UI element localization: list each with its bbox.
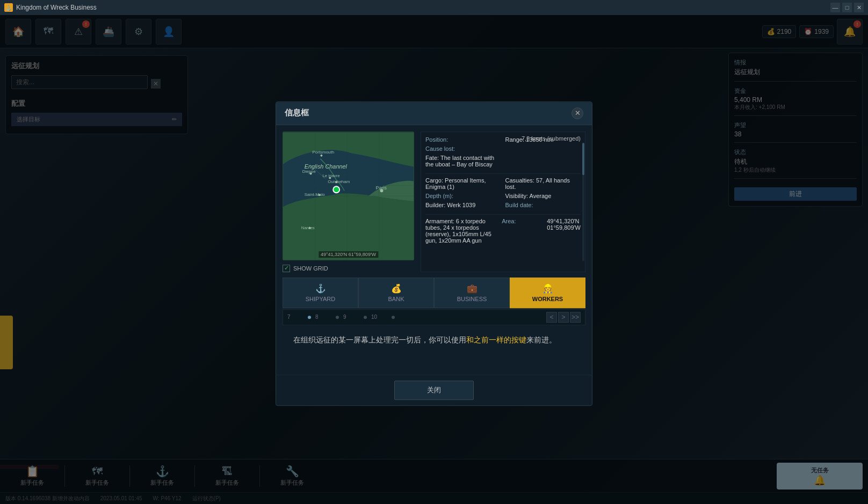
svg-text:Nantes: Nantes bbox=[301, 225, 315, 230]
timeline-num-8: 8 bbox=[315, 314, 331, 320]
modal-close-footer-button[interactable]: 关闭 bbox=[394, 381, 474, 400]
timeline-next-btn[interactable]: > bbox=[558, 312, 569, 323]
svg-text:Le Havre: Le Havre bbox=[322, 173, 340, 178]
map-container: Portsmouth Dieppe Le Havre Ouistreham Sa… bbox=[283, 132, 414, 260]
info-col-left: Position: Cause lost: Fate: The last con… bbox=[425, 136, 501, 170]
tab-bank[interactable]: 💰 BANK bbox=[358, 277, 434, 308]
builddate-label: Build date: bbox=[505, 202, 548, 208]
info-speed: 7,3 knots (submerged) bbox=[522, 135, 581, 142]
info-armament-cols: Armament: 6 x torpedo tubes, 24 x torped… bbox=[425, 218, 581, 246]
timeline-row: 7 8 9 10 < > >> bbox=[283, 309, 585, 325]
modal-footer: 关闭 bbox=[276, 375, 592, 405]
tab-shipyard[interactable]: ⚓ SHIPYARD bbox=[283, 277, 358, 308]
info-divider-1 bbox=[425, 173, 581, 174]
game-background: 🏠 🗺 ⚠ ! 🚢 ⚙ 👤 💰 2190 ⏰ 1939 🔔 ! 远征规划 bbox=[0, 15, 868, 504]
svg-text:Saint-Malo: Saint-Malo bbox=[305, 192, 325, 197]
cargo-col: Cargo: Personal Items, Enigma (1) bbox=[425, 177, 501, 193]
svg-point-8 bbox=[320, 154, 322, 156]
builddate-col: Build date: bbox=[505, 202, 581, 211]
modal-top-row: Portsmouth Dieppe Le Havre Ouistreham Sa… bbox=[283, 132, 585, 272]
show-grid-row: ✓ SHOW GRID bbox=[283, 265, 414, 272]
business-tab-label: BUSINESS bbox=[457, 296, 487, 302]
window-controls: — □ ✕ bbox=[830, 3, 864, 12]
info-builder: Builder: Werk 1039 bbox=[425, 202, 501, 208]
area-value: 49°41,320'N 01°59,809'W bbox=[547, 218, 581, 231]
builder-col: Builder: Werk 1039 bbox=[425, 202, 501, 211]
svg-text:Ouistreham: Ouistreham bbox=[328, 179, 350, 184]
modal-close-button[interactable]: ✕ bbox=[572, 107, 583, 119]
area-label: Area: bbox=[502, 218, 545, 231]
timeline-num-10: 10 bbox=[371, 314, 387, 320]
info-visibility: Visibility: Average bbox=[505, 193, 581, 199]
info-position: Position: bbox=[425, 136, 501, 143]
workers-tab-icon: 👷 bbox=[542, 283, 553, 294]
timeline-nav: < > >> bbox=[546, 312, 581, 323]
timeline-dot-2 bbox=[336, 316, 339, 319]
shipyard-tab-label: SHIPYARD bbox=[306, 296, 335, 302]
info-area-label: Area: 49°41,320'N 01°59,809'W bbox=[502, 218, 581, 231]
timeline-prev-btn[interactable]: < bbox=[546, 312, 557, 323]
position-label: Position: bbox=[425, 136, 468, 143]
map-section: Portsmouth Dieppe Le Havre Ouistreham Sa… bbox=[283, 132, 414, 272]
business-tab-icon: 💼 bbox=[467, 283, 478, 294]
timeline-num-9: 9 bbox=[343, 314, 359, 320]
timeline-num-7: 7 bbox=[287, 314, 303, 320]
show-grid-checkbox[interactable]: ✓ bbox=[283, 265, 290, 272]
minimize-button[interactable]: — bbox=[830, 3, 840, 12]
info-modal: 信息框 ✕ bbox=[276, 101, 592, 406]
info-cargo-cols: Cargo: Personal Items, Enigma (1) Casual… bbox=[425, 177, 581, 193]
armament-col: Armament: 6 x torpedo tubes, 24 x torped… bbox=[425, 218, 497, 246]
info-armament: Armament: 6 x torpedo tubes, 24 x torped… bbox=[425, 218, 497, 244]
area-col: Area: 49°41,320'N 01°59,809'W bbox=[502, 218, 581, 246]
armament-value: Armament: 6 x torpedo tubes, 24 x torped… bbox=[425, 218, 497, 244]
info-builddate: Build date: bbox=[505, 202, 581, 208]
modal-header: 信息框 ✕ bbox=[276, 102, 592, 125]
map-svg: Portsmouth Dieppe Le Havre Ouistreham Sa… bbox=[283, 132, 414, 260]
timeline-dot-4 bbox=[392, 316, 395, 319]
instruction-text: 在组织远征的某一屏幕上处理完一切后，你可以使用 bbox=[293, 335, 466, 344]
maximize-button[interactable]: □ bbox=[842, 3, 852, 12]
builder-value: Builder: Werk 1039 bbox=[425, 202, 501, 208]
info-builder-cols: Builder: Werk 1039 Build date: bbox=[425, 202, 581, 211]
info-scrollbar[interactable] bbox=[582, 143, 584, 261]
info-depth: Depth (m): bbox=[425, 193, 501, 199]
show-grid-label: SHOW GRID bbox=[293, 265, 328, 272]
svg-text:Portsmouth: Portsmouth bbox=[313, 149, 335, 154]
depth-label: Depth (m): bbox=[425, 193, 468, 199]
timeline-dot-1 bbox=[308, 316, 311, 319]
depth-col: Depth (m): bbox=[425, 193, 501, 202]
tab-workers[interactable]: 👷 WORKERS bbox=[510, 277, 585, 308]
modal-body: Portsmouth Dieppe Le Havre Ouistreham Sa… bbox=[276, 125, 592, 375]
timeline-last-btn[interactable]: >> bbox=[570, 312, 581, 323]
cause-label: Cause lost: bbox=[425, 145, 468, 152]
visibility-value: Visibility: Average bbox=[505, 193, 581, 199]
cargo-value: Cargo: Personal Items, Enigma (1) bbox=[425, 177, 501, 190]
info-scrollbar-thumb bbox=[582, 143, 584, 175]
tab-business[interactable]: 💼 BUSINESS bbox=[434, 277, 510, 308]
shipyard-tab-icon: ⚓ bbox=[315, 283, 326, 294]
app-icon: ⚓ bbox=[4, 3, 13, 12]
bank-tab-label: BANK bbox=[388, 296, 404, 302]
svg-text:Paris: Paris bbox=[376, 185, 387, 191]
instruction-area: 在组织远征的某一屏幕上处理完一切后，你可以使用和之前一样的按键来前进。 bbox=[283, 325, 585, 368]
timeline-dot-3 bbox=[364, 316, 367, 319]
fate-value: Fate: The last contact with the uboat – … bbox=[425, 155, 501, 167]
title-bar: ⚓ Kingdom of Wreck Business — □ ✕ bbox=[0, 0, 868, 15]
info-divider-2 bbox=[425, 214, 581, 215]
close-window-button[interactable]: ✕ bbox=[854, 3, 864, 12]
modal-tabs: ⚓ SHIPYARD 💰 BANK 💼 BUSINESS 👷 WORKERS bbox=[283, 277, 585, 308]
info-casualties: Casualties: 57, All hands lost. bbox=[505, 177, 581, 190]
casualties-value: Casualties: 57, All hands lost. bbox=[505, 177, 581, 190]
info-cause: Cause lost: bbox=[425, 145, 501, 152]
workers-tab-label: WORKERS bbox=[532, 296, 563, 302]
map-coords: 49°41,320'N 61°59,809'W bbox=[319, 251, 378, 258]
instruction-suffix: 来前进。 bbox=[526, 335, 556, 344]
info-cargo: Cargo: Personal Items, Enigma (1) bbox=[425, 177, 501, 190]
info-panel: 7,3 knots (submerged) Position: Cause lo… bbox=[421, 132, 585, 272]
instruction-highlight: 和之前一样的按键 bbox=[466, 335, 526, 344]
svg-text:Dieppe: Dieppe bbox=[302, 169, 316, 173]
casualties-col: Casualties: 57, All hands lost. bbox=[505, 177, 581, 193]
info-depth-cols: Depth (m): Visibility: Average bbox=[425, 193, 581, 202]
svg-text:English Channel: English Channel bbox=[305, 163, 348, 169]
app-title: Kingdom of Wreck Business bbox=[16, 4, 830, 11]
